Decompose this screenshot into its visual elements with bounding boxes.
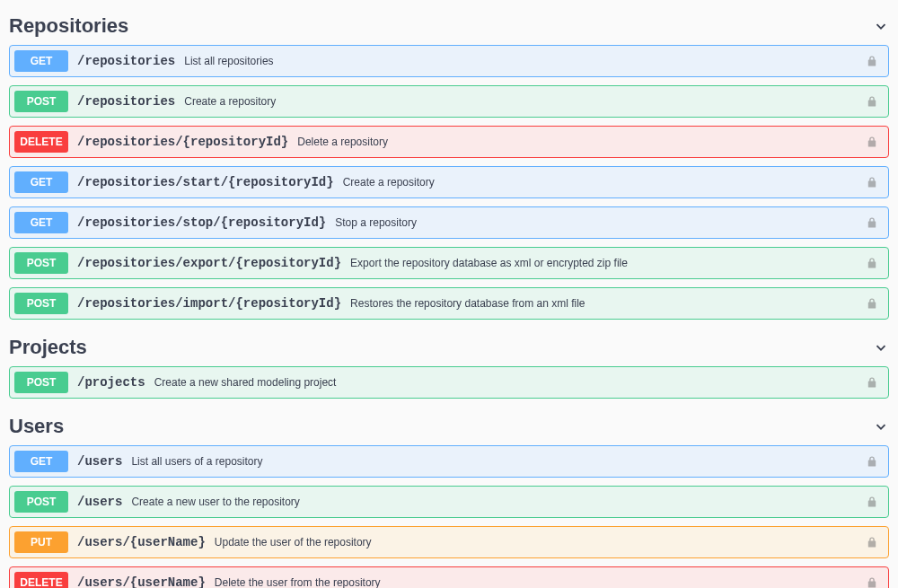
lock-icon[interactable]	[865, 535, 879, 549]
section-header[interactable]: Users	[9, 409, 889, 445]
endpoint-summary: List all users of a repository	[131, 455, 262, 468]
lock-icon[interactable]	[865, 215, 879, 230]
method-badge: POST	[14, 91, 68, 112]
operation-row[interactable]: POST/repositories/export/{repositoryId}E…	[9, 247, 889, 279]
endpoint-summary: Update the user of the repository	[215, 536, 372, 549]
endpoint-summary: Export the repository database as xml or…	[350, 257, 628, 269]
method-badge: POST	[14, 293, 68, 314]
section-header[interactable]: Repositories	[9, 9, 889, 45]
lock-icon[interactable]	[865, 575, 879, 588]
lock-icon[interactable]	[865, 135, 879, 149]
method-badge: GET	[14, 212, 68, 233]
section-title: Users	[9, 415, 64, 438]
endpoint-summary: Create a new shared modeling project	[154, 376, 337, 389]
endpoint-summary: List all repositories	[184, 55, 273, 67]
operation-row[interactable]: PUT/users/{userName}Update the user of t…	[9, 526, 889, 558]
operation-row[interactable]: POST/repositories/import/{repositoryId}R…	[9, 287, 889, 320]
method-badge: GET	[14, 50, 68, 72]
lock-icon[interactable]	[865, 256, 879, 270]
operation-row[interactable]: GET/repositories/start/{repositoryId}Cre…	[9, 166, 889, 198]
endpoint-summary: Restores the repository database from an…	[350, 297, 585, 310]
endpoint-path: /repositories	[77, 54, 175, 68]
api-section: RepositoriesGET/repositoriesList all rep…	[9, 9, 889, 320]
method-badge: GET	[14, 171, 68, 193]
api-section: UsersGET/usersList all users of a reposi…	[9, 409, 889, 588]
method-badge: POST	[14, 372, 68, 393]
endpoint-path: /users/{userName}	[77, 575, 206, 588]
endpoint-path: /users	[77, 495, 122, 509]
method-badge: GET	[14, 451, 68, 472]
lock-icon[interactable]	[865, 54, 879, 68]
endpoint-summary: Delete a repository	[297, 136, 388, 148]
operation-row[interactable]: POST/projectsCreate a new shared modelin…	[9, 366, 889, 399]
lock-icon[interactable]	[865, 375, 879, 390]
operation-row[interactable]: POST/repositoriesCreate a repository	[9, 85, 889, 118]
section-title: Repositories	[9, 14, 128, 38]
method-badge: POST	[14, 491, 68, 513]
lock-icon[interactable]	[865, 495, 879, 509]
endpoint-path: /repositories	[77, 94, 175, 109]
operation-row[interactable]: GET/usersList all users of a repository	[9, 445, 889, 478]
endpoint-path: /users/{userName}	[77, 535, 206, 549]
endpoint-summary: Create a new user to the repository	[131, 496, 299, 508]
operation-row[interactable]: GET/repositoriesList all repositories	[9, 45, 889, 77]
method-badge: PUT	[14, 531, 68, 553]
endpoint-path: /repositories/stop/{repositoryId}	[77, 215, 326, 230]
lock-icon[interactable]	[865, 454, 879, 469]
endpoint-summary: Create a repository	[184, 95, 276, 108]
endpoint-summary: Create a repository	[343, 176, 435, 189]
operation-row[interactable]: POST/usersCreate a new user to the repos…	[9, 486, 889, 518]
endpoint-path: /repositories/start/{repositoryId}	[77, 175, 334, 189]
api-section: ProjectsPOST/projectsCreate a new shared…	[9, 330, 889, 399]
chevron-down-icon[interactable]	[873, 339, 889, 355]
method-badge: POST	[14, 252, 68, 274]
chevron-down-icon[interactable]	[873, 418, 889, 434]
endpoint-path: /repositories/import/{repositoryId}	[77, 296, 341, 311]
endpoint-summary: Delete the user from the repository	[215, 576, 381, 588]
endpoint-path: /users	[77, 454, 122, 469]
endpoint-summary: Stop a repository	[335, 216, 417, 229]
method-badge: DELETE	[14, 131, 68, 153]
chevron-down-icon[interactable]	[873, 18, 889, 34]
section-title: Projects	[9, 336, 87, 359]
lock-icon[interactable]	[865, 94, 879, 109]
operation-row[interactable]: DELETE/repositories/{repositoryId}Delete…	[9, 126, 889, 158]
endpoint-path: /repositories/{repositoryId}	[77, 135, 288, 149]
section-header[interactable]: Projects	[9, 330, 889, 366]
lock-icon[interactable]	[865, 175, 879, 189]
operation-row[interactable]: GET/repositories/stop/{repositoryId}Stop…	[9, 206, 889, 239]
endpoint-path: /projects	[77, 375, 145, 390]
lock-icon[interactable]	[865, 296, 879, 311]
method-badge: DELETE	[14, 572, 68, 588]
endpoint-path: /repositories/export/{repositoryId}	[77, 256, 341, 270]
operation-row[interactable]: DELETE/users/{userName}Delete the user f…	[9, 566, 889, 588]
